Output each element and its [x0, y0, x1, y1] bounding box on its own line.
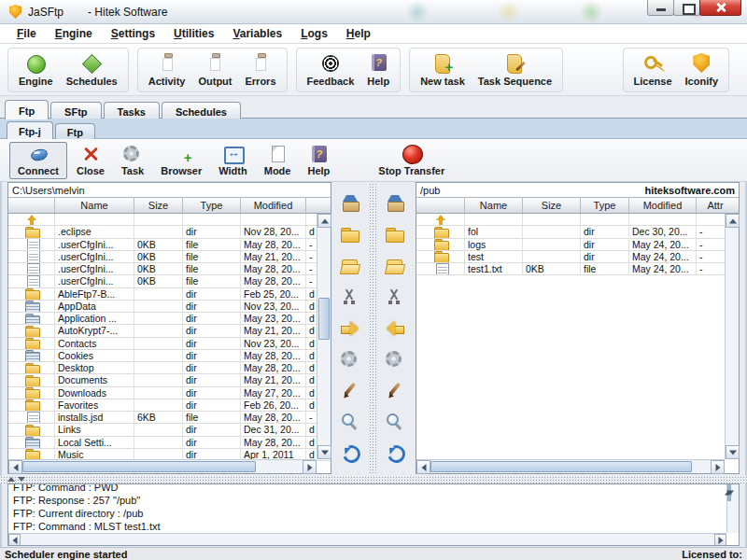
panel-tool-button[interactable] [338, 411, 362, 433]
menu-item[interactable]: Engine [46, 25, 102, 42]
column-header[interactable]: Size [523, 198, 581, 213]
file-row[interactable]: Local Setti... dir May 28, 20... d [8, 437, 331, 449]
toolbar-button[interactable]: License [627, 51, 679, 89]
file-row[interactable]: .userCfgIni... 0KB file May 21, 20... - [8, 251, 331, 263]
local-vertical-scrollbar[interactable] [317, 214, 331, 459]
file-row[interactable] [8, 214, 331, 226]
file-row[interactable]: installs.jsd 6KB file May 28, 20... - [8, 412, 331, 424]
ftp-toolbar-button[interactable]: Task [114, 143, 151, 178]
menu-item[interactable]: Settings [102, 25, 164, 42]
file-row[interactable]: fol dir Dec 30, 20... - [416, 226, 739, 238]
panel-tool-button[interactable] [383, 255, 407, 277]
file-row[interactable]: .userCfgIni... 0KB file May 28, 20... - [8, 275, 331, 287]
scrollbar-thumb[interactable] [22, 461, 256, 472]
panel-tool-button[interactable] [338, 441, 362, 464]
panel-tool-button[interactable] [338, 379, 362, 401]
scrollbar-thumb[interactable] [430, 461, 692, 472]
main-tab[interactable]: Tasks [104, 102, 160, 120]
file-row[interactable]: logs dir May 24, 20... - [416, 239, 739, 251]
file-row[interactable]: Favorites dir Feb 26, 20... d [8, 399, 331, 412]
column-header[interactable]: Modified [241, 198, 306, 213]
remote-horizontal-scrollbar[interactable] [416, 459, 725, 473]
splitter-collapse-icon[interactable] [18, 477, 25, 482]
log-vertical-scrollbar[interactable] [726, 484, 739, 533]
splitter-expand-icon[interactable] [7, 477, 15, 482]
file-row[interactable]: .userCfgIni... 0KB file May 28, 20... - [8, 239, 331, 251]
scroll-left-button[interactable] [8, 534, 21, 546]
panel-tool-button[interactable] [383, 223, 407, 245]
local-horizontal-scrollbar[interactable] [8, 459, 317, 473]
file-row[interactable]: AppData dir Nov 23, 20... d [8, 301, 331, 313]
sub-tab[interactable]: Ftp [55, 123, 95, 140]
column-header[interactable]: Name [55, 198, 134, 213]
column-header[interactable]: Type [581, 198, 629, 213]
file-row[interactable]: test dir May 24, 20... - [416, 251, 739, 263]
panel-splitter[interactable] [369, 183, 376, 473]
toolbar-button[interactable]: Engine [12, 51, 60, 89]
column-header[interactable]: Size [134, 198, 183, 213]
panel-tool-button[interactable] [338, 317, 362, 340]
menu-item[interactable]: Help [337, 25, 380, 42]
scroll-down-button[interactable] [729, 483, 731, 501]
file-row[interactable] [416, 214, 739, 226]
ftp-toolbar-button[interactable]: Mode [257, 143, 299, 178]
ftp-toolbar-button[interactable]: Close [69, 143, 112, 178]
ftp-toolbar-button[interactable]: Browser [153, 143, 209, 178]
title-bar[interactable]: JaSFtp - Hitek Software [0, 0, 747, 24]
log-horizontal-scrollbar[interactable] [8, 533, 726, 545]
ftp-toolbar-button[interactable]: Help [300, 143, 337, 178]
toolbar-button[interactable]: Feedback [301, 51, 361, 89]
scroll-up-button[interactable] [317, 214, 331, 228]
toolbar-button[interactable]: New task [414, 51, 472, 89]
log-splitter[interactable] [0, 476, 747, 483]
main-tab[interactable]: Ftp [5, 100, 49, 119]
minimize-button[interactable] [647, 0, 674, 16]
panel-tool-button[interactable] [383, 379, 407, 401]
column-header[interactable]: Attr [697, 198, 734, 213]
column-header[interactable] [306, 198, 318, 213]
scroll-up-button[interactable] [726, 214, 740, 228]
toolbar-button[interactable]: Errors [239, 51, 283, 89]
file-row[interactable]: Contacts dir Nov 23, 20... d [8, 338, 331, 350]
toolbar-button[interactable]: Output [191, 51, 238, 89]
column-header[interactable] [416, 198, 465, 213]
maximize-button[interactable] [673, 0, 700, 16]
file-row[interactable]: AbleFtp7-B... dir Feb 25, 20... d [8, 288, 331, 301]
toolbar-button[interactable]: Task Sequence [472, 51, 558, 89]
scrollbar-thumb[interactable] [318, 298, 330, 340]
column-header[interactable]: Type [183, 198, 241, 213]
panel-tool-button[interactable] [338, 192, 362, 215]
scroll-down-button[interactable] [726, 445, 740, 459]
scroll-right-button[interactable] [711, 460, 725, 474]
menu-item[interactable]: Utilities [164, 25, 223, 42]
scroll-left-button[interactable] [416, 460, 430, 474]
remote-vertical-scrollbar[interactable] [725, 214, 739, 459]
ftp-toolbar-button[interactable]: Connect [9, 142, 67, 179]
panel-tool-button[interactable] [383, 441, 407, 464]
ftp-toolbar-button[interactable]: Width [211, 143, 254, 178]
panel-tool-button[interactable] [338, 255, 362, 277]
file-row[interactable]: .userCfgIni... 0KB file May 28, 20... - [8, 263, 331, 275]
panel-tool-button[interactable] [383, 192, 407, 215]
toolbar-button[interactable]: Help [360, 51, 396, 89]
toolbar-button[interactable]: Schedules [60, 51, 124, 89]
panel-tool-button[interactable] [383, 317, 407, 340]
file-row[interactable]: Links dir Dec 31, 20... d [8, 424, 331, 436]
menu-item[interactable]: File [7, 25, 46, 42]
stop-transfer-button[interactable]: Stop Transfer [371, 143, 452, 178]
panel-tool-button[interactable] [383, 286, 407, 308]
file-row[interactable]: Desktop dir May 28, 20... d [8, 362, 331, 374]
column-header[interactable]: Modified [629, 198, 697, 213]
file-row[interactable]: .eclipse dir Nov 28, 20... d [8, 226, 331, 238]
menu-item[interactable]: Variables [223, 25, 291, 42]
file-row[interactable]: test1.txt 0KB file May 24, 20... - [416, 263, 739, 275]
toolbar-button[interactable]: Activity [142, 51, 192, 89]
panel-tool-button[interactable] [383, 348, 407, 371]
panel-tool-button[interactable] [338, 286, 362, 308]
toolbar-button[interactable]: Iconify [679, 51, 725, 89]
sub-tab[interactable]: Ftp-j [7, 121, 53, 139]
scroll-right-button[interactable] [303, 460, 317, 474]
panel-tool-button[interactable] [338, 223, 362, 245]
file-row[interactable]: Documents dir May 21, 20... d [8, 374, 331, 386]
panel-tool-button[interactable] [338, 348, 362, 371]
